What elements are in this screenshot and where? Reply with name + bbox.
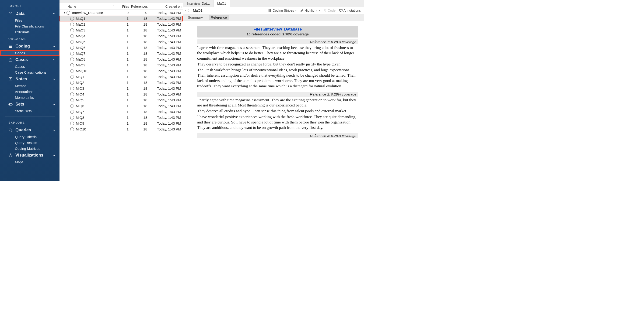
code-row-refs: 18: [130, 69, 149, 73]
code-row-created: Today, 1:43 PM: [149, 116, 182, 120]
code-row[interactable]: MiQ6118Today, 1:43 PM: [60, 103, 183, 109]
code-row[interactable]: MaQ4118Today, 1:43 PM: [60, 33, 183, 39]
code-row[interactable]: MaQ8118Today, 1:43 PM: [60, 56, 183, 62]
sidebar-item-files[interactable]: Files: [0, 17, 60, 23]
code-row-name: MaQ4: [76, 34, 86, 38]
col-header-references[interactable]: References: [130, 5, 149, 8]
code-row[interactable]: MaQ6118Today, 1:43 PM: [60, 45, 183, 51]
sidebar-item-codes[interactable]: Codes: [0, 50, 60, 56]
sidebar-item-file-classifications[interactable]: File Classifications: [0, 23, 60, 29]
code-row[interactable]: MaQ7118Today, 1:43 PM: [60, 51, 183, 56]
sidebar-item-externals[interactable]: Externals: [0, 29, 60, 35]
code-row[interactable]: MaQ10118Today, 1:43 PM: [60, 68, 183, 74]
sidebar-group-sets[interactable]: Sets: [0, 100, 60, 108]
col-header-created[interactable]: Created on: [149, 5, 183, 8]
reference-card: Files\\Interview_Database 10 references …: [197, 26, 358, 138]
code-row-files: 1: [116, 40, 130, 44]
code-row[interactable]: MiQ4118Today, 1:43 PM: [60, 91, 183, 97]
code-row-created: Today, 1:43 PM: [149, 51, 182, 55]
reference-bar: Reference 2: 0.28% coverage: [197, 92, 358, 97]
code-row-created: Today, 1:43 PM: [149, 46, 182, 50]
svg-point-7: [9, 156, 10, 157]
code-row[interactable]: MiQ7118Today, 1:43 PM: [60, 109, 183, 115]
col-header-files[interactable]: Files: [117, 5, 130, 8]
code-row[interactable]: MaQ1118Today, 1:43 PM: [60, 16, 183, 21]
code-row-refs: 18: [130, 116, 149, 120]
code-row[interactable]: MiQ3118Today, 1:43 PM: [60, 85, 183, 91]
sidebar-item-annotations[interactable]: Annotations: [0, 89, 60, 95]
code-node-icon: [70, 46, 74, 50]
code-row[interactable]: MiQ8118Today, 1:43 PM: [60, 115, 183, 120]
code-row-name: MiQ3: [76, 86, 84, 90]
code-row[interactable]: MiQ2118Today, 1:43 PM: [60, 80, 183, 85]
sidebar-item-case-classifications[interactable]: Case Classifications: [0, 69, 60, 75]
note-icon: [8, 77, 12, 81]
code-row-refs: 18: [130, 51, 149, 55]
code-row-created: Today, 1:43 PM: [149, 86, 182, 90]
code-button[interactable]: Code: [323, 9, 336, 12]
code-row-name: MaQ2: [76, 22, 86, 26]
reference-source-header: Files\\Interview_Database 10 references …: [197, 26, 358, 37]
coding-stripes-button[interactable]: Coding Stripes ▾: [268, 9, 298, 12]
expand-toggle-icon[interactable]: ▾: [62, 11, 66, 14]
reference-source-link[interactable]: Files\\Interview_Database: [254, 27, 302, 31]
code-row-files: 0: [116, 11, 130, 15]
annotation-icon: [339, 9, 342, 12]
sidebar-item-query-results[interactable]: Query Results: [0, 140, 60, 146]
code-row[interactable]: MaQ2118Today, 1:43 PM: [60, 21, 183, 27]
col-header-name[interactable]: Name ⌃: [60, 5, 117, 8]
sidebar-group-notes[interactable]: Notes: [0, 75, 60, 83]
sidebar-item-maps[interactable]: Maps: [0, 159, 60, 165]
highlight-button[interactable]: Highlight ▾: [299, 9, 320, 12]
document-tab[interactable]: Interview_Dat…: [183, 0, 214, 7]
reference-scroll[interactable]: Files\\Interview_Database 10 references …: [183, 21, 364, 181]
database-icon: [8, 12, 12, 16]
document-title: MaQ1: [193, 8, 202, 12]
sidebar-group-cases[interactable]: Cases: [0, 56, 60, 64]
sidebar-group-viz-label: Visualizations: [16, 153, 44, 158]
code-row-refs: 0: [130, 11, 149, 15]
sidebar-item-static-sets[interactable]: Static Sets: [0, 108, 60, 114]
code-row-name: MaQ7: [76, 51, 86, 55]
code-row-refs: 18: [130, 81, 149, 85]
code-row-name: MiQ1: [76, 75, 84, 79]
code-row-created: Today, 1:43 PM: [149, 16, 182, 20]
reference-paragraph: They deserve all credits and hype. I can…: [197, 109, 358, 114]
code-row-files: 1: [116, 116, 130, 120]
code-row[interactable]: MiQ10118Today, 1:43 PM: [60, 126, 183, 132]
sidebar-item-coding-matrices[interactable]: Coding Matrices: [0, 146, 60, 152]
code-node-icon: [70, 17, 74, 20]
sidebar-group-coding[interactable]: Coding: [0, 42, 60, 50]
code-node-icon: [70, 127, 74, 131]
code-row-refs: 18: [130, 121, 149, 125]
code-row[interactable]: MiQ9118Today, 1:43 PM: [60, 120, 183, 126]
annotations-button[interactable]: Annotations: [338, 9, 362, 12]
code-row[interactable]: MiQ5118Today, 1:43 PM: [60, 97, 183, 103]
sidebar-item-memo-links[interactable]: Memo Links: [0, 95, 60, 100]
code-row-name: MaQ10: [76, 69, 87, 73]
code-row-parent[interactable]: ▾ Interview_Database 0 0 Today, 1:43 PM: [60, 10, 183, 16]
sidebar-group-queries[interactable]: Queries: [0, 126, 60, 134]
chevron-down-icon: [53, 129, 55, 131]
list-header: Name ⌃ Files References Created on: [60, 3, 183, 10]
subtab-summary[interactable]: Summary: [186, 15, 205, 20]
sidebar-group-data[interactable]: Data: [0, 10, 60, 17]
sidebar-item-cases[interactable]: Cases: [0, 64, 60, 69]
code-row-name: MaQ9: [76, 63, 86, 67]
subtab-reference[interactable]: Reference: [209, 15, 229, 20]
chevron-down-icon: [53, 45, 55, 47]
code-row[interactable]: MiQ1118Today, 1:43 PM: [60, 74, 183, 80]
code-row-files: 1: [116, 81, 130, 85]
code-row[interactable]: MaQ9118Today, 1:43 PM: [60, 62, 183, 68]
code-row-created: Today, 1:43 PM: [149, 69, 182, 73]
detail-panel: Interview_Dat…MaQ1 MaQ1 Coding Stripes ▾…: [183, 0, 364, 181]
code-row[interactable]: MaQ5118Today, 1:43 PM: [60, 39, 183, 45]
document-tab[interactable]: MaQ1: [214, 0, 230, 7]
code-row-name: Interview_Database: [72, 11, 103, 15]
sidebar-section-explore: EXPLORE: [0, 119, 60, 126]
code-row[interactable]: MaQ3118Today, 1:43 PM: [60, 27, 183, 33]
sidebar-group-visualizations[interactable]: Visualizations: [0, 152, 60, 159]
sidebar-group-coding-label: Coding: [16, 44, 30, 49]
sidebar-item-query-criteria[interactable]: Query Criteria: [0, 134, 60, 140]
sidebar-item-memos[interactable]: Memos: [0, 83, 60, 89]
